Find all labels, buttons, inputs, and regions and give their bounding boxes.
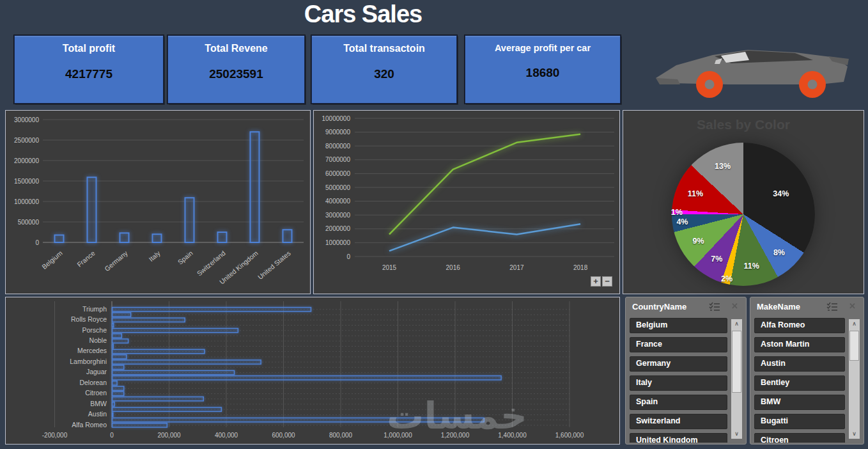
hbar-bar	[112, 418, 484, 421]
zoom-in-button[interactable]: +	[591, 276, 601, 287]
sales-by-make-chart-panel: -200,0000200,000400,000600,000800,0001,0…	[5, 297, 620, 445]
slicer-item[interactable]: France	[630, 337, 727, 352]
pie-slice-label: 1%	[671, 208, 683, 217]
y-tick-label: 2500000	[14, 137, 39, 144]
x-tick-label: 200,000	[157, 432, 181, 439]
slicer-countryname: CountryName BelgiumFranceGermanyItalySpa…	[625, 297, 747, 445]
hbar-bar	[112, 413, 113, 416]
hbar-bar	[112, 407, 222, 411]
pie-slice-label: 4%	[676, 217, 688, 226]
zoom-out-button[interactable]: −	[602, 276, 612, 287]
rear-hub	[808, 80, 818, 90]
slicer-title: CountryName	[632, 302, 686, 311]
hbar-bar	[112, 323, 114, 327]
line-green	[389, 134, 580, 235]
make-label: Austin	[88, 410, 107, 418]
dashboard: Cars Sales Total profit 4217775 Total Re…	[0, 0, 868, 449]
line-blue	[389, 224, 580, 251]
scroll-up-button[interactable]	[731, 319, 742, 329]
pie-slice-label: 13%	[715, 162, 731, 171]
kpi-label: Total Revene	[205, 43, 267, 54]
column-bar	[88, 177, 97, 242]
slicer-item[interactable]: Citroen	[754, 433, 845, 443]
sales-by-color-chart-panel: Sales by Color 34%8%11%2%7%9%4%1%11%13%	[623, 110, 864, 294]
category-label: France	[75, 249, 97, 268]
hbar-bar	[112, 376, 502, 380]
kpi-value: 18680	[526, 66, 560, 80]
slicer-title: MakeName	[757, 302, 800, 311]
hbar-bar	[112, 355, 127, 359]
slicer-item[interactable]: Bugatti	[754, 414, 845, 429]
y-tick-label: 3000000	[14, 116, 39, 123]
kpi-label: Total profit	[63, 43, 115, 54]
slicer-item[interactable]: BMW	[754, 395, 845, 410]
pie-slice-label: 7%	[711, 255, 722, 264]
hbar-bar	[112, 381, 118, 385]
category-label: United States	[256, 249, 292, 281]
make-label: Rolls Royce	[71, 315, 107, 323]
make-label: Lamborghini	[70, 358, 107, 365]
category-label: Italy	[147, 249, 162, 263]
scrollbar-thumb[interactable]	[732, 331, 741, 393]
multi-select-icon[interactable]	[826, 302, 838, 312]
pie-slice-label: 11%	[744, 262, 759, 271]
column-bar	[218, 232, 227, 242]
hbar-bar	[112, 397, 204, 401]
yearly-trend-chart-panel: 0100000020000003000000400000050000006000…	[313, 110, 620, 294]
y-tick-label: 5000000	[325, 184, 350, 191]
clear-filter-icon[interactable]	[731, 301, 738, 311]
slicer-scrollbar	[849, 319, 860, 439]
scrollbar-thumb[interactable]	[849, 331, 859, 361]
y-tick-label: 6000000	[325, 170, 350, 177]
make-label: Jaguar	[86, 368, 107, 375]
column-bar	[185, 198, 194, 242]
scroll-down-button[interactable]	[849, 429, 860, 439]
slicer-item[interactable]: Spain	[630, 395, 727, 410]
pie-chart: 34%8%11%2%7%9%4%1%11%13%	[672, 143, 815, 286]
hbar-bar	[112, 339, 128, 343]
slicer-item[interactable]: Germany	[630, 356, 727, 372]
x-tick-label: 2016	[446, 264, 461, 271]
pie-slice-label: 11%	[688, 189, 703, 198]
kpi-value: 4217775	[65, 67, 112, 81]
hbar-bar	[112, 370, 235, 374]
scroll-down-button[interactable]	[731, 429, 742, 439]
kpi-card-total-profit: Total profit 4217775	[14, 35, 164, 104]
slicer-item[interactable]: Belgium	[630, 318, 727, 333]
x-tick-label: 800,000	[329, 432, 353, 439]
slicer-item-list: BelgiumFranceGermanyItalySpainSwitzerlan…	[630, 318, 727, 443]
multi-select-icon[interactable]	[709, 302, 720, 312]
column-bar	[120, 233, 129, 242]
hbar-bar	[112, 344, 114, 348]
slicer-item[interactable]: Aston Martin	[754, 337, 845, 352]
x-tick-label: 600,000	[272, 432, 295, 439]
clear-filter-icon[interactable]	[849, 301, 856, 311]
page-title: Cars Sales	[0, 1, 726, 28]
slicer-item[interactable]: Bentley	[754, 375, 845, 391]
slicer-item[interactable]: Italy	[630, 375, 727, 391]
pie-slice-label: 34%	[773, 189, 789, 198]
slicer-item[interactable]: Switzerland	[630, 414, 727, 429]
hbar-bar	[112, 423, 167, 427]
front-hub	[705, 80, 715, 90]
hbar-bar	[112, 365, 124, 369]
slicer-item[interactable]: United Kingdom	[630, 433, 727, 443]
slicer-header: MakeName	[750, 297, 864, 317]
slicer-item[interactable]: Alfa Romeo	[754, 318, 845, 333]
scroll-up-button[interactable]	[849, 319, 860, 329]
y-tick-label: 10000000	[322, 115, 351, 122]
kpi-card-average-profit: Average profit per car 18680	[465, 35, 621, 104]
slicer-item[interactable]: Austin	[754, 356, 845, 372]
x-tick-label: -200,000	[42, 432, 68, 439]
scrollbar-track[interactable]	[849, 329, 859, 429]
column-bar	[153, 234, 162, 242]
column-bar	[251, 132, 260, 242]
hbar-bar	[112, 329, 238, 333]
make-label: Mercedes	[77, 347, 107, 354]
pie-slice-label: 9%	[693, 237, 704, 246]
scrollbar-track[interactable]	[732, 329, 741, 429]
kpi-card-total-transactions: Total transactoin 320	[311, 35, 457, 104]
x-tick-label: 1,400,000	[498, 432, 527, 439]
slicer-header: CountryName	[626, 297, 746, 317]
x-tick-label: 1,200,000	[441, 432, 470, 439]
